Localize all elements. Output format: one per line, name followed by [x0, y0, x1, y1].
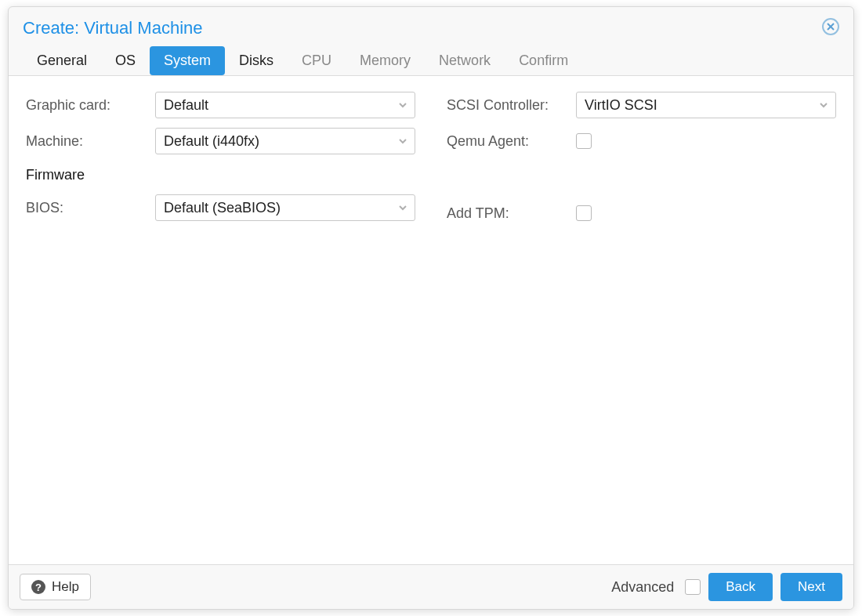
wizard-tabs: GeneralOSSystemDisksCPUMemoryNetworkConf…: [9, 46, 853, 76]
qemu-agent-checkbox[interactable]: [576, 133, 592, 149]
advanced-label: Advanced: [611, 579, 674, 596]
help-button[interactable]: ? Help: [20, 574, 91, 600]
tab-memory: Memory: [346, 46, 425, 75]
close-button[interactable]: [822, 18, 839, 35]
dialog-header: Create: Virtual Machine: [9, 7, 853, 46]
graphic-card-combo[interactable]: [155, 92, 415, 118]
qemu-agent-label: Qemu Agent:: [447, 133, 568, 150]
close-icon: [826, 22, 835, 31]
create-vm-dialog: Create: Virtual Machine GeneralOSSystemD…: [8, 6, 854, 610]
qemu-agent-row: Qemu Agent:: [447, 128, 836, 154]
graphic-card-input[interactable]: [155, 92, 415, 118]
bios-row: BIOS:: [26, 194, 415, 221]
graphic-card-label: Graphic card:: [26, 97, 147, 114]
graphic-card-row: Graphic card:: [26, 92, 415, 118]
bios-label: BIOS:: [26, 200, 147, 216]
firmware-section-label: Firmware: [26, 164, 415, 185]
machine-label: Machine:: [26, 133, 147, 150]
add-tpm-checkbox[interactable]: [576, 205, 592, 221]
scsi-controller-combo[interactable]: [576, 92, 836, 118]
tab-disks[interactable]: Disks: [225, 46, 288, 75]
dialog-footer: ? Help Advanced Back Next: [9, 564, 853, 609]
tab-confirm: Confirm: [505, 46, 582, 75]
system-tab-body: Graphic card: Machine: Firmware: [9, 76, 853, 564]
machine-input[interactable]: [155, 128, 415, 154]
machine-combo[interactable]: [155, 128, 415, 154]
add-tpm-label: Add TPM:: [447, 205, 568, 222]
right-column: SCSI Controller: Qemu Agent: Add TPM:: [447, 92, 836, 226]
tab-cpu: CPU: [288, 46, 346, 75]
tab-system[interactable]: System: [150, 46, 225, 75]
back-button[interactable]: Back: [708, 573, 773, 601]
next-button[interactable]: Next: [781, 573, 842, 601]
scsi-controller-label: SCSI Controller:: [447, 97, 568, 114]
help-icon: ?: [31, 580, 45, 594]
add-tpm-row: Add TPM:: [447, 200, 836, 226]
machine-row: Machine:: [26, 128, 415, 154]
scsi-controller-row: SCSI Controller:: [447, 92, 836, 118]
scsi-controller-input[interactable]: [576, 92, 836, 118]
tab-os[interactable]: OS: [101, 46, 150, 75]
left-column: Graphic card: Machine: Firmware: [26, 92, 415, 221]
bios-input[interactable]: [155, 194, 415, 221]
tab-network: Network: [425, 46, 505, 75]
bios-combo[interactable]: [155, 194, 415, 221]
dialog-title: Create: Virtual Machine: [23, 18, 203, 38]
advanced-checkbox[interactable]: [685, 579, 701, 595]
help-label: Help: [52, 579, 79, 595]
tab-general[interactable]: General: [23, 46, 101, 75]
